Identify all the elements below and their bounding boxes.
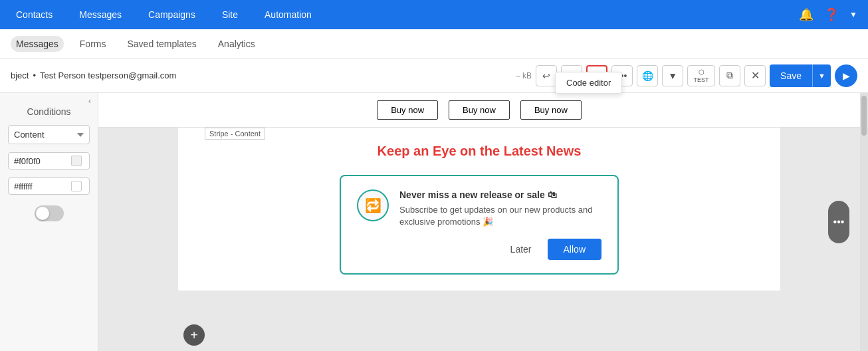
left-panel: ‹ Conditions Content Style Advanced bbox=[0, 93, 98, 351]
code-editor-tooltip: Code editor bbox=[555, 72, 622, 94]
subject-prefix: bject bbox=[11, 70, 29, 80]
color-hex-input-2[interactable] bbox=[14, 181, 67, 191]
buy-now-button-2[interactable]: Buy now bbox=[449, 100, 510, 120]
content-area: Buy now Buy now Buy now Stripe - Content… bbox=[98, 93, 860, 351]
buy-now-button-3[interactable]: Buy now bbox=[520, 100, 582, 120]
content-select-wrapper: Content Style Advanced bbox=[8, 125, 90, 144]
test-label: TEST bbox=[694, 76, 709, 83]
allow-button[interactable]: Allow bbox=[548, 239, 601, 260]
right-scrollbar[interactable] bbox=[860, 93, 868, 351]
push-title: Never miss a new release or sale 🛍 bbox=[399, 189, 601, 200]
buy-now-strip: Buy now Buy now Buy now bbox=[98, 93, 860, 128]
sub-navigation: Messages Forms Saved templates Analytics bbox=[0, 29, 868, 58]
panel-toggle-icon[interactable]: ‹ bbox=[82, 93, 98, 109]
email-headline: Keep an Eye on the Latest News bbox=[189, 144, 770, 159]
test-icon: ⬡ bbox=[699, 68, 705, 76]
save-group: Save ▼ bbox=[770, 64, 831, 87]
add-icon: + bbox=[190, 328, 198, 342]
nav-messages[interactable]: Messages bbox=[74, 7, 127, 23]
more-options-button[interactable]: ••• bbox=[828, 201, 849, 243]
push-content: Never miss a new release or sale 🛍 Subsc… bbox=[399, 189, 601, 228]
push-subtitle: Subscribe to get updates on our new prod… bbox=[399, 204, 601, 228]
code-editor-tooltip-label: Code editor bbox=[566, 78, 611, 88]
stripe-label: Stripe - Content bbox=[205, 128, 265, 140]
color-swatch-2[interactable] bbox=[71, 181, 82, 191]
conditions-label: Conditions bbox=[8, 106, 90, 117]
nav-contacts[interactable]: Contacts bbox=[11, 7, 58, 23]
test-person: Test Person testperson@gmail.com bbox=[40, 70, 176, 80]
scroll-thumb bbox=[861, 96, 867, 136]
buy-now-button-1[interactable]: Buy now bbox=[377, 100, 438, 120]
nav-dropdown-arrow[interactable]: ▼ bbox=[849, 10, 857, 19]
save-button[interactable]: Save bbox=[770, 64, 812, 87]
push-icon: 🔁 bbox=[357, 189, 389, 221]
color-hex-input-1[interactable] bbox=[14, 156, 67, 166]
undo-button[interactable]: ↩ bbox=[536, 65, 557, 86]
color-field-2[interactable] bbox=[8, 177, 90, 195]
subnav-analytics[interactable]: Analytics bbox=[213, 36, 261, 52]
subnav-saved-templates[interactable]: Saved templates bbox=[122, 36, 201, 52]
add-block-button[interactable]: + bbox=[183, 324, 205, 346]
test-button[interactable]: ⬡ TEST bbox=[687, 65, 715, 86]
globe-dropdown-button[interactable]: ▼ bbox=[662, 65, 683, 86]
toggle-switch[interactable] bbox=[35, 205, 64, 221]
toggle-knob bbox=[36, 207, 49, 220]
later-button[interactable]: Later bbox=[502, 240, 540, 259]
color-field-1[interactable] bbox=[8, 152, 90, 170]
globe-button[interactable]: 🌐 bbox=[637, 65, 658, 86]
nav-icons: 🔔 ❓ ▼ bbox=[799, 7, 857, 22]
close-button[interactable]: ✕ bbox=[744, 65, 766, 86]
color-swatch-1[interactable] bbox=[71, 156, 82, 166]
toolbar: bject • Test Person testperson@gmail.com… bbox=[0, 58, 868, 93]
toolbar-left: bject • Test Person testperson@gmail.com bbox=[11, 70, 510, 80]
bell-icon[interactable]: 🔔 bbox=[799, 7, 814, 22]
help-icon[interactable]: ❓ bbox=[824, 7, 839, 22]
subnav-messages[interactable]: Messages bbox=[11, 36, 64, 52]
nav-site[interactable]: Site bbox=[217, 7, 243, 23]
email-section: Keep an Eye on the Latest News 🔁 Never m… bbox=[178, 128, 780, 291]
main-area: ‹ Conditions Content Style Advanced Buy … bbox=[0, 93, 868, 351]
more-icon: ••• bbox=[833, 216, 845, 228]
subject-dot: • bbox=[33, 70, 36, 80]
content-select[interactable]: Content Style Advanced bbox=[8, 125, 90, 144]
push-actions: Later Allow bbox=[357, 239, 601, 260]
save-dropdown-button[interactable]: ▼ bbox=[812, 64, 831, 87]
nav-campaigns[interactable]: Campaigns bbox=[143, 7, 201, 23]
nav-automation[interactable]: Automation bbox=[259, 7, 317, 23]
kb-label: – kB bbox=[516, 71, 532, 80]
subnav-forms[interactable]: Forms bbox=[74, 36, 112, 52]
push-popup-inner: 🔁 Never miss a new release or sale 🛍 Sub… bbox=[357, 189, 601, 228]
play-button[interactable]: ▶ bbox=[835, 64, 857, 87]
top-navigation: Contacts Messages Campaigns Site Automat… bbox=[0, 0, 868, 29]
push-notification-popup: 🔁 Never miss a new release or sale 🛍 Sub… bbox=[340, 175, 619, 275]
copy-button[interactable]: ⧉ bbox=[719, 65, 740, 86]
